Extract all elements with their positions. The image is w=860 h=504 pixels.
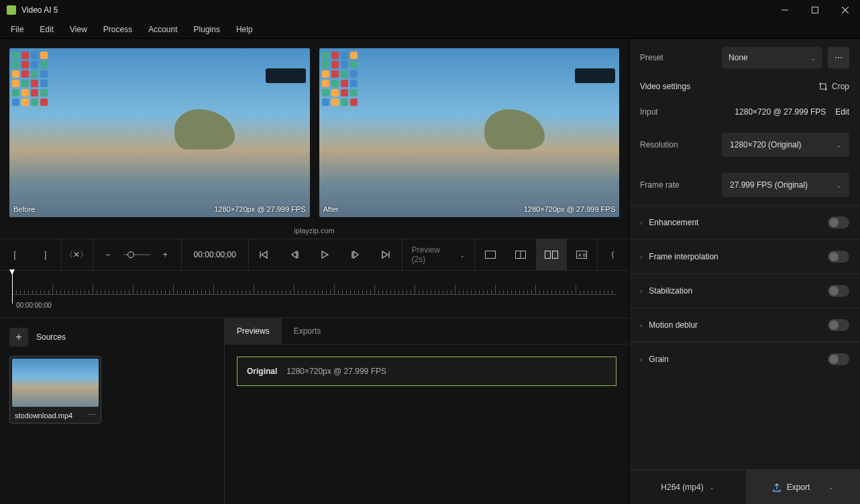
chevron-right-icon: › <box>640 356 642 363</box>
chevron-right-icon: › <box>640 253 642 261</box>
preview-item-name: Original <box>247 367 277 376</box>
bracket-out-button[interactable]: ] <box>31 239 62 271</box>
crop-button[interactable]: Crop <box>818 82 849 91</box>
timeline-time: 00:00:00;00 <box>16 302 52 309</box>
after-meta: 1280×720px @ 27.999 FPS <box>524 205 615 213</box>
framerate-label: Frame rate <box>640 180 680 190</box>
step-forward-button[interactable] <box>340 239 371 271</box>
resolution-dropdown[interactable]: 1280×720 (Original)⌄ <box>722 133 849 157</box>
after-label: After <box>323 205 339 213</box>
tab-exports[interactable]: Exports <box>282 318 333 344</box>
section-frame-interpolation[interactable]: ›Frame interpolation <box>629 239 860 273</box>
sources-title: Sources <box>36 332 66 342</box>
menu-plugins[interactable]: Plugins <box>186 22 228 37</box>
timeline[interactable]: 00:00:00;00 <box>0 271 629 318</box>
playhead[interactable] <box>12 273 13 304</box>
source-filename: stodownload.mp4 <box>15 412 72 420</box>
preview-duration-dropdown[interactable]: Preview (2s)⌄ <box>402 245 474 264</box>
before-label: Before <box>13 205 35 213</box>
svg-text:B: B <box>583 253 586 257</box>
menu-account[interactable]: Account <box>140 22 185 37</box>
motion-deblur-toggle[interactable] <box>828 319 849 331</box>
add-source-button[interactable]: + <box>9 328 28 346</box>
menu-process[interactable]: Process <box>95 22 140 37</box>
app-icon <box>7 5 16 15</box>
preview-item-meta: 1280×720px @ 27.999 FPS <box>286 367 386 376</box>
after-preview[interactable]: After 1280×720px @ 27.999 FPS <box>319 48 620 217</box>
before-preview[interactable]: Before 1280×720px @ 27.999 FPS <box>9 48 310 217</box>
svg-rect-4 <box>485 251 495 259</box>
app-title: Video AI 5 <box>21 5 769 15</box>
settings-panel: Preset None⌄ ⋯ Video settings Crop Input… <box>629 39 860 504</box>
maximize-button[interactable] <box>800 0 830 20</box>
section-grain[interactable]: ›Grain <box>629 342 860 376</box>
playback-toolbar: [ ] 〈✕〉 − + 00:00:00;00 Preview (2s)⌄ AB <box>0 239 629 271</box>
svg-rect-1 <box>812 7 818 13</box>
menubar: File Edit View Process Account Plugins H… <box>0 20 860 39</box>
source-menu-icon[interactable]: ⋯ <box>89 411 96 420</box>
input-edit-button[interactable]: Edit <box>835 107 849 117</box>
menu-view[interactable]: View <box>62 22 95 37</box>
zoom-in-button[interactable]: + <box>150 239 181 271</box>
crop-icon <box>818 82 828 91</box>
layout-single-button[interactable] <box>475 239 506 271</box>
titlebar: Video AI 5 <box>0 0 860 20</box>
layout-ab-button[interactable]: AB <box>567 239 598 271</box>
svg-text:A: A <box>578 253 582 257</box>
export-icon <box>772 483 782 492</box>
output-format-dropdown[interactable]: H264 (mp4)⌄ <box>629 470 746 504</box>
layout-more-button[interactable]: ⟨ <box>598 239 629 271</box>
export-button[interactable]: Export ⌄ <box>746 470 860 504</box>
chevron-right-icon: › <box>640 219 642 227</box>
enhancement-toggle[interactable] <box>828 216 849 229</box>
input-value: 1280×720 @ 27.999 FPS <box>735 107 826 117</box>
preset-label: Preset <box>640 53 663 62</box>
minimize-button[interactable] <box>769 0 800 20</box>
play-button[interactable] <box>310 239 341 271</box>
svg-rect-8 <box>552 251 557 259</box>
preset-dropdown[interactable]: None⌄ <box>722 47 822 68</box>
chevron-right-icon: › <box>640 288 642 295</box>
framerate-dropdown[interactable]: 27.999 FPS (Original)⌄ <box>722 173 849 197</box>
frame-interpolation-toggle[interactable] <box>828 251 849 263</box>
chevron-right-icon: › <box>640 322 642 329</box>
menu-help[interactable]: Help <box>228 22 261 37</box>
step-back-button[interactable] <box>279 239 310 271</box>
section-motion-deblur[interactable]: ›Motion deblur <box>629 308 860 342</box>
resolution-label: Resolution <box>640 140 678 149</box>
layout-split-button[interactable] <box>506 239 537 271</box>
menu-edit[interactable]: Edit <box>32 22 62 37</box>
close-button[interactable] <box>830 0 860 20</box>
section-enhancement[interactable]: ›Enhancement <box>629 205 860 239</box>
stabilization-toggle[interactable] <box>828 285 849 297</box>
section-stabilization[interactable]: ›Stabilization <box>629 273 860 308</box>
tab-previews[interactable]: Previews <box>225 318 282 344</box>
skip-end-button[interactable] <box>371 239 402 271</box>
video-settings-label: Video settings <box>640 82 690 91</box>
sources-panel: + Sources stodownload.mp4 ⋯ <box>0 318 225 504</box>
before-meta: 1280×720px @ 27.999 FPS <box>214 205 305 213</box>
input-label: Input <box>640 107 658 117</box>
preset-more-button[interactable]: ⋯ <box>828 47 849 68</box>
skip-start-button[interactable] <box>249 239 280 271</box>
grain-toggle[interactable] <box>828 353 849 365</box>
source-item[interactable]: stodownload.mp4 ⋯ <box>9 356 101 424</box>
watermark: iplayzip.com <box>0 227 629 239</box>
menu-file[interactable]: File <box>3 22 32 37</box>
preview-list-item[interactable]: Original 1280×720px @ 27.999 FPS <box>237 357 616 386</box>
svg-rect-7 <box>545 251 550 259</box>
clear-marks-button[interactable]: 〈✕〉 <box>62 239 93 271</box>
layout-side-by-side-button[interactable] <box>536 239 567 271</box>
bracket-in-button[interactable]: [ <box>0 239 31 271</box>
zoom-out-button[interactable]: − <box>93 239 124 271</box>
preview-area: Before 1280×720px @ 27.999 FPS After 128… <box>0 39 629 227</box>
timecode[interactable]: 00:00:00;00 <box>182 250 248 259</box>
